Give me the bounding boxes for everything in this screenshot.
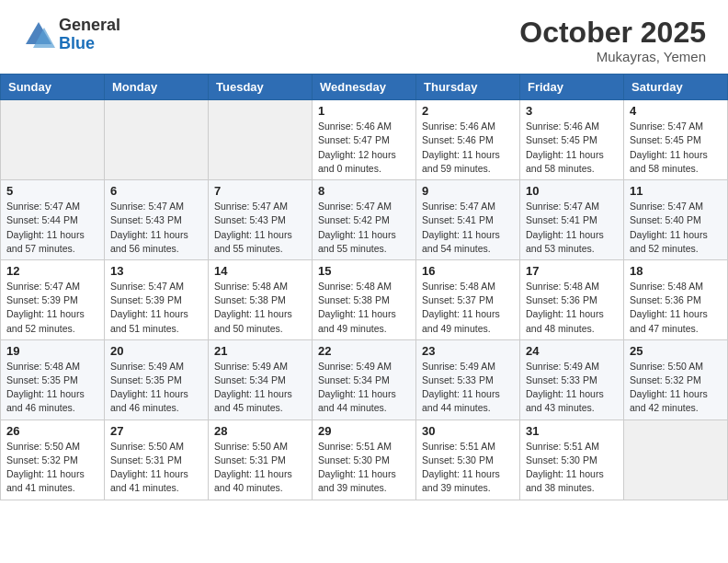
- day-detail: Sunrise: 5:47 AMSunset: 5:43 PMDaylight:…: [214, 200, 306, 256]
- day-number: 13: [110, 264, 202, 278]
- day-detail: Sunrise: 5:51 AMSunset: 5:30 PMDaylight:…: [318, 440, 410, 496]
- calendar-week-row: 1Sunrise: 5:46 AMSunset: 5:47 PMDaylight…: [1, 100, 728, 180]
- header: General Blue October 2025 Mukayras, Yeme…: [0, 0, 728, 74]
- day-number: 28: [214, 424, 306, 438]
- day-detail: Sunrise: 5:48 AMSunset: 5:36 PMDaylight:…: [526, 280, 618, 336]
- calendar-cell: [624, 419, 728, 500]
- logo-icon: [22, 18, 55, 52]
- page: General Blue October 2025 Mukayras, Yeme…: [0, 0, 728, 500]
- calendar-cell: 5Sunrise: 5:47 AMSunset: 5:44 PMDaylight…: [1, 180, 105, 260]
- day-detail: Sunrise: 5:46 AMSunset: 5:47 PMDaylight:…: [318, 120, 410, 176]
- day-number: 21: [214, 344, 306, 358]
- logo-blue: Blue: [59, 35, 120, 53]
- day-number: 29: [318, 424, 410, 438]
- day-number: 18: [630, 264, 722, 278]
- calendar-week-row: 5Sunrise: 5:47 AMSunset: 5:44 PMDaylight…: [1, 180, 728, 260]
- calendar-cell: 24Sunrise: 5:49 AMSunset: 5:33 PMDayligh…: [520, 339, 624, 419]
- calendar-cell: 25Sunrise: 5:50 AMSunset: 5:32 PMDayligh…: [624, 339, 728, 419]
- day-number: 5: [6, 184, 98, 198]
- calendar-cell: [209, 100, 313, 180]
- weekday-header: Monday: [105, 75, 209, 100]
- calendar-cell: 28Sunrise: 5:50 AMSunset: 5:31 PMDayligh…: [209, 419, 313, 500]
- calendar-cell: 22Sunrise: 5:49 AMSunset: 5:34 PMDayligh…: [313, 339, 416, 419]
- calendar-cell: 11Sunrise: 5:47 AMSunset: 5:40 PMDayligh…: [624, 180, 728, 260]
- day-number: 24: [526, 344, 618, 358]
- day-number: 8: [318, 184, 410, 198]
- day-detail: Sunrise: 5:49 AMSunset: 5:33 PMDaylight:…: [422, 360, 514, 416]
- day-number: 15: [318, 264, 410, 278]
- calendar-cell: 14Sunrise: 5:48 AMSunset: 5:38 PMDayligh…: [209, 259, 313, 339]
- title-section: October 2025 Mukayras, Yemen: [519, 17, 706, 64]
- calendar-cell: 10Sunrise: 5:47 AMSunset: 5:41 PMDayligh…: [520, 180, 624, 260]
- logo-text: General Blue: [59, 17, 120, 53]
- day-number: 2: [422, 104, 514, 118]
- day-detail: Sunrise: 5:46 AMSunset: 5:46 PMDaylight:…: [422, 120, 514, 176]
- weekday-header: Wednesday: [313, 75, 416, 100]
- calendar-cell: 4Sunrise: 5:47 AMSunset: 5:45 PMDaylight…: [624, 100, 728, 180]
- day-number: 7: [214, 184, 306, 198]
- calendar-cell: [105, 100, 209, 180]
- calendar-cell: 2Sunrise: 5:46 AMSunset: 5:46 PMDaylight…: [416, 100, 520, 180]
- calendar-week-row: 12Sunrise: 5:47 AMSunset: 5:39 PMDayligh…: [1, 259, 728, 339]
- calendar-cell: 15Sunrise: 5:48 AMSunset: 5:38 PMDayligh…: [313, 259, 416, 339]
- calendar-cell: 8Sunrise: 5:47 AMSunset: 5:42 PMDaylight…: [313, 180, 416, 260]
- day-number: 31: [526, 424, 618, 438]
- calendar-cell: 1Sunrise: 5:46 AMSunset: 5:47 PMDaylight…: [313, 100, 416, 180]
- day-detail: Sunrise: 5:47 AMSunset: 5:42 PMDaylight:…: [318, 200, 410, 256]
- day-number: 17: [526, 264, 618, 278]
- day-number: 16: [422, 264, 514, 278]
- day-detail: Sunrise: 5:48 AMSunset: 5:38 PMDaylight:…: [214, 280, 306, 336]
- calendar-cell: 23Sunrise: 5:49 AMSunset: 5:33 PMDayligh…: [416, 339, 520, 419]
- calendar-cell: 3Sunrise: 5:46 AMSunset: 5:45 PMDaylight…: [520, 100, 624, 180]
- calendar-cell: 17Sunrise: 5:48 AMSunset: 5:36 PMDayligh…: [520, 259, 624, 339]
- day-detail: Sunrise: 5:46 AMSunset: 5:45 PMDaylight:…: [526, 120, 618, 176]
- day-detail: Sunrise: 5:48 AMSunset: 5:35 PMDaylight:…: [6, 360, 98, 416]
- calendar-cell: 6Sunrise: 5:47 AMSunset: 5:43 PMDaylight…: [105, 180, 209, 260]
- day-detail: Sunrise: 5:51 AMSunset: 5:30 PMDaylight:…: [422, 440, 514, 496]
- calendar-cell: 26Sunrise: 5:50 AMSunset: 5:32 PMDayligh…: [1, 419, 105, 500]
- day-detail: Sunrise: 5:50 AMSunset: 5:31 PMDaylight:…: [214, 440, 306, 496]
- day-detail: Sunrise: 5:47 AMSunset: 5:45 PMDaylight:…: [630, 120, 722, 176]
- day-detail: Sunrise: 5:47 AMSunset: 5:44 PMDaylight:…: [6, 200, 98, 256]
- day-number: 22: [318, 344, 410, 358]
- calendar-cell: 12Sunrise: 5:47 AMSunset: 5:39 PMDayligh…: [1, 259, 105, 339]
- day-number: 30: [422, 424, 514, 438]
- weekday-header: Thursday: [416, 75, 520, 100]
- day-detail: Sunrise: 5:49 AMSunset: 5:35 PMDaylight:…: [110, 360, 202, 416]
- day-detail: Sunrise: 5:47 AMSunset: 5:41 PMDaylight:…: [526, 200, 618, 256]
- weekday-header: Friday: [520, 75, 624, 100]
- day-detail: Sunrise: 5:50 AMSunset: 5:32 PMDaylight:…: [6, 440, 98, 496]
- day-number: 3: [526, 104, 618, 118]
- day-detail: Sunrise: 5:47 AMSunset: 5:39 PMDaylight:…: [6, 280, 98, 336]
- day-detail: Sunrise: 5:49 AMSunset: 5:33 PMDaylight:…: [526, 360, 618, 416]
- day-detail: Sunrise: 5:48 AMSunset: 5:37 PMDaylight:…: [422, 280, 514, 336]
- day-number: 27: [110, 424, 202, 438]
- day-detail: Sunrise: 5:48 AMSunset: 5:38 PMDaylight:…: [318, 280, 410, 336]
- day-number: 19: [6, 344, 98, 358]
- day-detail: Sunrise: 5:49 AMSunset: 5:34 PMDaylight:…: [318, 360, 410, 416]
- logo-general: General: [59, 17, 120, 35]
- month-title: October 2025: [519, 17, 706, 49]
- day-number: 4: [630, 104, 722, 118]
- calendar: SundayMondayTuesdayWednesdayThursdayFrid…: [0, 74, 728, 500]
- logo: General Blue: [22, 17, 120, 53]
- calendar-cell: 27Sunrise: 5:50 AMSunset: 5:31 PMDayligh…: [105, 419, 209, 500]
- calendar-cell: 20Sunrise: 5:49 AMSunset: 5:35 PMDayligh…: [105, 339, 209, 419]
- day-number: 10: [526, 184, 618, 198]
- location: Mukayras, Yemen: [519, 49, 706, 64]
- day-number: 11: [630, 184, 722, 198]
- day-number: 26: [6, 424, 98, 438]
- weekday-header: Sunday: [1, 75, 105, 100]
- day-detail: Sunrise: 5:50 AMSunset: 5:31 PMDaylight:…: [110, 440, 202, 496]
- day-detail: Sunrise: 5:50 AMSunset: 5:32 PMDaylight:…: [630, 360, 722, 416]
- day-number: 14: [214, 264, 306, 278]
- day-number: 20: [110, 344, 202, 358]
- day-number: 12: [6, 264, 98, 278]
- day-number: 9: [422, 184, 514, 198]
- calendar-week-row: 19Sunrise: 5:48 AMSunset: 5:35 PMDayligh…: [1, 339, 728, 419]
- calendar-week-row: 26Sunrise: 5:50 AMSunset: 5:32 PMDayligh…: [1, 419, 728, 500]
- calendar-cell: 29Sunrise: 5:51 AMSunset: 5:30 PMDayligh…: [313, 419, 416, 500]
- day-number: 1: [318, 104, 410, 118]
- weekday-header: Tuesday: [209, 75, 313, 100]
- day-number: 23: [422, 344, 514, 358]
